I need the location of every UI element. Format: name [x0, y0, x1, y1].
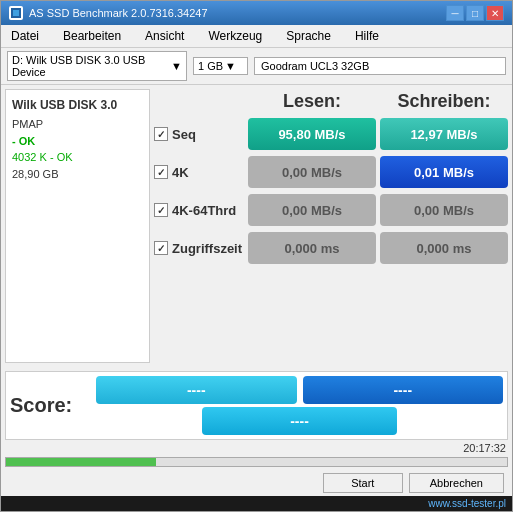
pmap-label: PMAP	[12, 116, 143, 133]
score-read-btn: ----	[96, 376, 297, 404]
score-label: Score:	[10, 394, 90, 417]
drive-name: Wilk USB DISK 3.0	[12, 96, 143, 114]
4k-row: ✓ 4K 0,00 MB/s 0,01 MB/s	[154, 154, 508, 190]
seq-label: ✓ Seq	[154, 127, 244, 142]
progress-bar-fill	[6, 458, 156, 466]
zugriffszeit-row: ✓ Zugriffszeit 0,000 ms 0,000 ms	[154, 230, 508, 266]
device-input[interactable]	[254, 57, 506, 75]
score-row: Score: ---- ---- ----	[10, 376, 503, 435]
size-label: 28,90 GB	[12, 166, 143, 183]
seq-checkbox[interactable]: ✓	[154, 127, 168, 141]
size-label: 1 GB	[198, 60, 223, 72]
4k64thrd-checkbox[interactable]: ✓	[154, 203, 168, 217]
start-button[interactable]: Start	[323, 473, 403, 493]
menu-bar: Datei Bearbeiten Ansicht Werkzeug Sprach…	[1, 25, 512, 48]
action-buttons: Start Abbrechen	[5, 470, 508, 496]
4k64thrd-label: ✓ 4K-64Thrd	[154, 203, 244, 218]
4k64thrd-row: ✓ 4K-64Thrd 0,00 MB/s 0,00 MB/s	[154, 192, 508, 228]
window-controls: ─ □ ✕	[446, 5, 504, 21]
score-write-btn: ----	[303, 376, 504, 404]
zugriffszeit-checkbox[interactable]: ✓	[154, 241, 168, 255]
menu-sprache[interactable]: Sprache	[282, 27, 335, 45]
score-values: ---- ---- ----	[96, 376, 503, 435]
score-section: Score: ---- ---- ----	[5, 371, 508, 440]
content-area: Wilk USB DISK 3.0 PMAP - OK 4032 K - OK …	[1, 85, 512, 367]
4k-read-value: 0,00 MB/s	[248, 156, 376, 188]
4k-write-value: 0,01 MB/s	[380, 156, 508, 188]
menu-ansicht[interactable]: Ansicht	[141, 27, 188, 45]
menu-hilfe[interactable]: Hilfe	[351, 27, 383, 45]
title-bar-left: AS SSD Benchmark 2.0.7316.34247	[9, 6, 208, 20]
menu-werkzeug[interactable]: Werkzeug	[204, 27, 266, 45]
4k-checkbox[interactable]: ✓	[154, 165, 168, 179]
toolbar: D: Wilk USB DISK 3.0 USB Device ▼ 1 GB ▼	[1, 48, 512, 85]
4k-label: ✓ 4K	[154, 165, 244, 180]
app-icon	[9, 6, 23, 20]
ok2-label: 4032 K - OK	[12, 149, 143, 166]
left-panel: Wilk USB DISK 3.0 PMAP - OK 4032 K - OK …	[5, 89, 150, 363]
drive-dropdown-arrow: ▼	[171, 60, 182, 72]
size-dropdown[interactable]: 1 GB ▼	[193, 57, 248, 75]
website-link: www.ssd-tester.pl	[428, 498, 506, 509]
website-banner: www.ssd-tester.pl	[1, 496, 512, 511]
seq-write-value: 12,97 MB/s	[380, 118, 508, 150]
ok1-label: - OK	[12, 133, 143, 150]
size-dropdown-arrow: ▼	[225, 60, 236, 72]
cancel-button[interactable]: Abbrechen	[409, 473, 504, 493]
zugriffszeit-label: ✓ Zugriffszeit	[154, 241, 244, 256]
bench-headers: Lesen: Schreiben:	[154, 89, 508, 114]
4k64thrd-write-value: 0,00 MB/s	[380, 194, 508, 226]
score-top: ---- ----	[96, 376, 503, 404]
zugriffszeit-write-value: 0,000 ms	[380, 232, 508, 264]
close-button[interactable]: ✕	[486, 5, 504, 21]
title-bar: AS SSD Benchmark 2.0.7316.34247 ─ □ ✕	[1, 1, 512, 25]
seq-read-value: 95,80 MB/s	[248, 118, 376, 150]
write-header: Schreiben:	[380, 89, 508, 114]
progress-bar-container	[5, 457, 508, 467]
drive-label: D: Wilk USB DISK 3.0 USB Device	[12, 54, 169, 78]
main-window: AS SSD Benchmark 2.0.7316.34247 ─ □ ✕ Da…	[0, 0, 513, 512]
bottom-section: 20:17:32 Start Abbrechen	[1, 440, 512, 496]
drive-dropdown[interactable]: D: Wilk USB DISK 3.0 USB Device ▼	[7, 51, 187, 81]
svg-rect-1	[13, 10, 19, 16]
maximize-button[interactable]: □	[466, 5, 484, 21]
4k64thrd-read-value: 0,00 MB/s	[248, 194, 376, 226]
minimize-button[interactable]: ─	[446, 5, 464, 21]
menu-bearbeiten[interactable]: Bearbeiten	[59, 27, 125, 45]
score-total-btn: ----	[202, 407, 397, 435]
timestamp: 20:17:32	[5, 442, 508, 454]
seq-row: ✓ Seq 95,80 MB/s 12,97 MB/s	[154, 116, 508, 152]
menu-datei[interactable]: Datei	[7, 27, 43, 45]
window-title: AS SSD Benchmark 2.0.7316.34247	[29, 7, 208, 19]
score-bottom: ----	[96, 407, 503, 435]
right-panel: Lesen: Schreiben: ✓ Seq 95,80 MB/s 12,97…	[154, 89, 508, 363]
read-header: Lesen:	[248, 89, 376, 114]
zugriffszeit-read-value: 0,000 ms	[248, 232, 376, 264]
